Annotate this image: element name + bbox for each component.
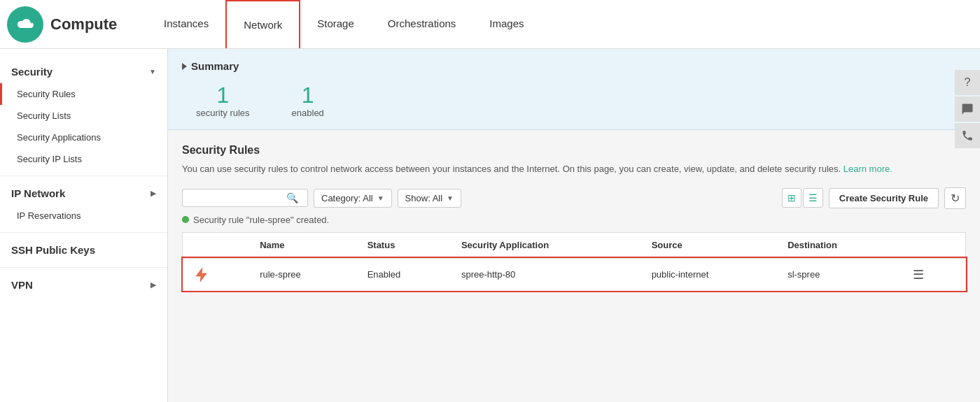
sidebar-section-ssh-label: SSH Public Keys [11,244,95,256]
chevron-down-icon: ▼ [149,68,156,76]
nav-tabs: Instances Network Storage Orchestrations… [147,0,541,48]
sidebar-divider-2 [0,232,167,233]
table-header: Name Status Security Application Source … [183,232,966,258]
sidebar-section-security[interactable]: Security ▼ [0,60,167,83]
stat-enabled: 1 enabled [292,83,324,118]
category-filter-dropdown[interactable]: Category: All ▼ [314,189,392,208]
main-layout: Security ▼ Security Rules Security Lists… [0,49,980,402]
sidebar-section-ip-network[interactable]: IP Network ▶ [0,182,167,205]
table-header-row: Name Status Security Application Source … [183,232,966,258]
row-actions-menu-button[interactable]: ☰ [910,267,927,282]
tab-instances[interactable]: Instances [147,0,225,48]
search-input[interactable] [188,193,286,203]
logo-area: Compute [7,6,147,43]
top-nav: Compute Instances Network Storage Orches… [0,0,980,49]
chat-button[interactable] [955,96,980,122]
row-destination: sl-spree [778,258,900,292]
col-source: Source [642,232,778,258]
cloud-icon [15,14,36,35]
sidebar-item-security-ip-lists[interactable]: Security IP Lists [0,148,167,170]
col-icon [183,232,251,258]
learn-more-link[interactable]: Learn more. [844,164,892,174]
section-desc: You can use security rules to control ne… [182,162,966,176]
float-buttons: ? [955,70,980,148]
rules-table: Name Status Security Application Source … [182,232,966,292]
row-security-application: spree-http-80 [451,258,642,292]
sidebar-section-vpn[interactable]: VPN ▶ [0,273,167,296]
sidebar-section-ssh[interactable]: SSH Public Keys [0,238,167,261]
sidebar-section-vpn-label: VPN [11,279,33,291]
col-actions [900,232,965,258]
stat-security-rules-value: 1 [196,83,250,108]
col-security-application: Security Application [451,232,642,258]
spree-icon [193,266,210,283]
phone-icon [961,129,974,142]
row-icon [192,266,211,284]
tab-network[interactable]: Network [225,0,300,48]
chevron-right-icon: ▶ [150,189,156,197]
refresh-button[interactable]: ↻ [944,187,966,209]
phone-button[interactable] [955,123,980,148]
success-message: Security rule "rule-spree" created. [182,215,966,225]
sidebar-section-ip-network-label: IP Network [11,187,65,199]
app-title: Compute [50,15,117,34]
sidebar-divider-3 [0,267,167,268]
row-name: rule-spree [250,258,357,292]
stat-security-rules-label: security rules [196,108,250,118]
search-icon: 🔍 [286,192,298,203]
chevron-down-icon-category: ▼ [377,194,384,202]
sidebar-divider-1 [0,175,167,176]
row-status: Enabled [358,258,451,292]
row-source: public-internet [642,258,778,292]
stat-enabled-value: 1 [292,83,324,108]
sidebar-item-security-rules[interactable]: Security Rules [0,83,167,105]
right-panel: Summary 1 security rules 1 enabled Secur… [168,49,980,402]
table-row: rule-spree Enabled spree-http-80 public-… [183,258,966,292]
grid-icons: ⊞ ☰ [782,188,823,208]
chevron-down-icon-show: ▼ [447,194,454,202]
help-button[interactable]: ? [955,70,980,95]
col-status: Status [358,232,451,258]
success-dot-icon [182,216,189,223]
summary-box: Summary 1 security rules 1 enabled [168,49,980,130]
sidebar-item-ip-reservations[interactable]: IP Reservations [0,205,167,227]
triangle-icon [182,63,187,70]
grid-view-button[interactable]: ⊞ [782,188,802,208]
table-body: rule-spree Enabled spree-http-80 public-… [183,258,966,292]
app-logo [7,6,43,43]
sidebar-section-security-label: Security [11,66,52,78]
chat-icon [961,103,974,115]
summary-stats: 1 security rules 1 enabled [182,83,966,118]
sidebar-item-security-lists[interactable]: Security Lists [0,105,167,127]
list-view-button[interactable]: ☰ [803,188,823,208]
col-name: Name [250,232,357,258]
content-area: Security Rules You can use security rule… [168,130,980,306]
tab-storage[interactable]: Storage [300,0,371,48]
stat-security-rules: 1 security rules [196,83,250,118]
tab-orchestrations[interactable]: Orchestrations [371,0,473,48]
chevron-right-icon-vpn: ▶ [150,281,156,289]
sidebar-item-security-applications[interactable]: Security Applications [0,127,167,148]
sidebar: Security ▼ Security Rules Security Lists… [0,49,168,402]
tab-images[interactable]: Images [472,0,540,48]
row-icon-cell [183,258,251,292]
show-filter-dropdown[interactable]: Show: All ▼ [398,189,461,208]
summary-title: Summary [182,60,966,72]
col-destination: Destination [778,232,900,258]
create-security-rule-button[interactable]: Create Security Rule [829,188,939,208]
row-actions-cell: ☰ [900,258,965,292]
stat-enabled-label: enabled [292,108,324,118]
search-box: 🔍 [182,189,308,207]
section-title: Security Rules [182,144,966,157]
toolbar: 🔍 Category: All ▼ Show: All ▼ ⊞ ☰ Create… [182,187,966,209]
